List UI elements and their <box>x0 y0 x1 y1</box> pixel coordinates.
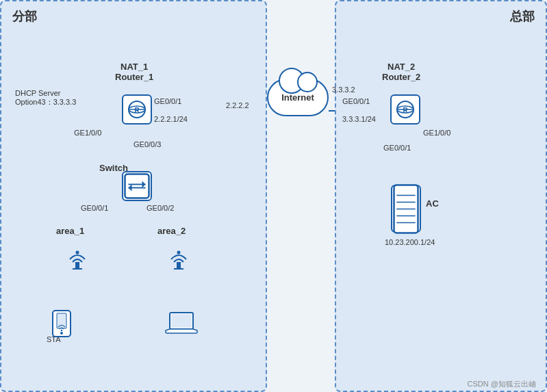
dhcp-server-label: DHCP Server Option43：3.3.3.3 <box>15 89 76 107</box>
svg-rect-37 <box>171 314 192 328</box>
main-container: 分部 总部 DHCP Server Option43：3.3.3.3 NAT_1… <box>0 0 547 392</box>
ac-label: AC <box>426 198 439 209</box>
svg-rect-29 <box>177 262 181 269</box>
router2-icon: R <box>390 94 420 125</box>
ip-3332-label: 3.3.3.2 <box>332 86 355 94</box>
hq-section: 总部 <box>335 0 547 392</box>
laptop-icon <box>164 311 199 340</box>
ge001-r2-left-label: GE0/0/1 <box>342 97 370 105</box>
svg-point-28 <box>76 251 79 254</box>
ac-icon <box>391 185 421 233</box>
svg-text:R: R <box>403 107 408 114</box>
switch-icon <box>122 171 152 201</box>
ip-3331-label: 3.3.3.1/24 <box>342 115 376 123</box>
ge001-sw-label: GE0/0/1 <box>81 204 108 212</box>
ac-ip-label: 10.23.200.1/24 <box>385 238 435 246</box>
svg-text:R: R <box>134 107 140 114</box>
branch-label: 分部 <box>12 8 37 25</box>
ge001-ac-label: GE0/0/1 <box>383 144 411 152</box>
svg-point-34 <box>60 332 63 335</box>
area1-label: area_1 <box>56 226 84 236</box>
router1-icon: R <box>122 94 152 125</box>
internet-cloud: Internet <box>267 79 329 116</box>
svg-point-31 <box>177 251 181 254</box>
footer: CSDN @知狐云出岫 <box>468 379 536 389</box>
ge003-r1-label: GE0/0/3 <box>133 140 161 148</box>
svg-rect-33 <box>57 313 66 328</box>
ge002-sw-label: GE0/0/2 <box>147 204 174 212</box>
ge100-r1-label: GE1/0/0 <box>74 129 101 137</box>
hq-label: 总部 <box>510 8 535 25</box>
svg-point-35 <box>61 330 62 331</box>
nat2-label: NAT_2 Router_2 <box>382 62 420 82</box>
ap1-icon <box>63 243 92 272</box>
sta-device-icon <box>51 309 72 341</box>
ge001-r1-right-label: GE0/0/1 <box>154 97 181 105</box>
cloud-shape: Internet <box>267 79 329 116</box>
ip-2222-label: 2.2.2.2 <box>226 101 249 109</box>
ap2-icon <box>164 243 193 272</box>
area2-label: area_2 <box>157 226 186 236</box>
svg-rect-15 <box>125 174 149 198</box>
nat1-label: NAT_1 Router_1 <box>115 62 153 82</box>
ip-2222124-label: 2.2.2.1/24 <box>154 115 188 123</box>
ge100-r2-label: GE1/0/0 <box>423 129 450 137</box>
svg-rect-26 <box>75 262 79 269</box>
